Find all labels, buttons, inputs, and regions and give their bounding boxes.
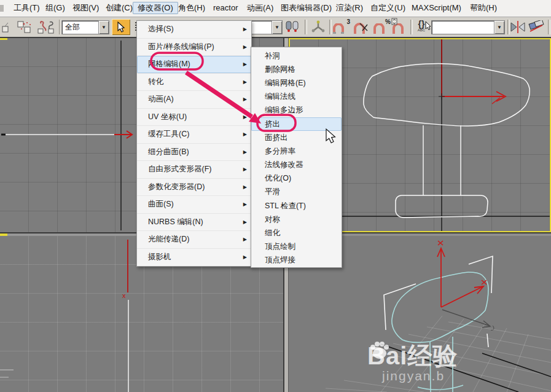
submenu-item-stl-check[interactable]: STL 检查(T)	[251, 199, 342, 213]
menubar-item-views[interactable]: 视图(V)	[68, 2, 104, 14]
menu-item-subdivision-surfaces[interactable]: 细分曲面(B)▶	[137, 144, 251, 162]
spinner-snap-toggle-icon[interactable]	[391, 20, 410, 34]
menu-item-mesh-editing[interactable]: 网格编辑(M)▶	[137, 56, 251, 74]
submenu-item-edit-poly[interactable]: 编辑多边形	[251, 104, 342, 117]
submenu-item-edit-normals[interactable]: 编辑法线	[251, 90, 342, 104]
window-crossing-toggle-icon[interactable]	[284, 20, 301, 34]
submenu-item-delete-mesh[interactable]: 删除网格	[251, 63, 342, 76]
align-icon[interactable]	[527, 20, 545, 34]
dropdown-arrow-icon[interactable]: ▼	[272, 21, 282, 34]
submenu-arrow-icon: ▶	[243, 254, 247, 260]
submenu-item-optimize[interactable]: 优化(O)	[251, 172, 342, 186]
dropdown-arrow-icon[interactable]: ▼	[494, 21, 504, 34]
baidu-watermark: Bai 经验	[367, 339, 458, 373]
window-icon-fragment	[0, 5, 4, 12]
yellow-border-fragment	[0, 233, 7, 236]
select-and-link-icon[interactable]	[1, 20, 12, 34]
submenu-arrow-icon: ▶	[243, 61, 247, 67]
submenu-item-extrude[interactable]: 挤出	[251, 117, 342, 131]
menu-item-conversion[interactable]: 转化▶	[137, 74, 251, 92]
submenu-item-symmetry[interactable]: 对称	[251, 213, 342, 226]
menubar-item-character[interactable]: 角色(H)	[173, 2, 210, 14]
submenu-arrow-icon: ▶	[243, 114, 247, 120]
menu-item-nurbs-editing[interactable]: NURBS 编辑(N)▶	[137, 214, 251, 232]
axis-label-x: x	[122, 292, 126, 299]
submenu-arrow-icon: ▶	[243, 219, 247, 225]
menu-item-parametric-deformers[interactable]: 参数化变形器(D)▶	[137, 179, 251, 197]
select-object-button[interactable]	[112, 19, 130, 35]
menu-item-uv-coordinates[interactable]: UV 坐标(U)▶	[137, 109, 251, 127]
submenu-item-multires[interactable]: 多分辨率	[251, 144, 342, 158]
percent-snap-toggle-icon[interactable]: %	[372, 20, 391, 34]
submenu-arrow-icon: ▶	[243, 184, 247, 190]
3dsmax-window: { "menubar": { "items": [ {"label": "工具(…	[0, 0, 551, 392]
menubar-item-tools[interactable]: 工具(T)	[9, 2, 45, 14]
snap-3d-superscript: 3	[346, 18, 350, 25]
mesh-editing-submenu-popup: 补洞 删除网格 编辑网格(E) 编辑法线 编辑多边形 挤出 面挤出 多分辨率 法…	[251, 47, 342, 268]
submenu-item-face-extrude[interactable]: 面挤出	[251, 131, 342, 144]
submenu-item-normal-modifier[interactable]: 法线修改器	[251, 159, 342, 172]
submenu-arrow-icon: ▶	[243, 149, 247, 155]
main-toolbar: 全部 ▼ ▼ 3 % {} ABC	[0, 17, 551, 37]
menubar-item-rendering[interactable]: 渲染(R)	[331, 2, 368, 14]
bind-to-space-warp-icon[interactable]	[36, 20, 58, 34]
baidu-paw-icon	[369, 339, 391, 361]
menu-item-animation[interactable]: 动画(A)▶	[137, 91, 251, 109]
toolbar-bottom-edge	[0, 37, 551, 38]
submenu-item-tessellate[interactable]: 细化	[251, 226, 342, 240]
menubar-item-maxscript[interactable]: MAXScript(M)	[407, 2, 466, 14]
submenu-item-vertex-weld[interactable]: 顶点焊接	[251, 254, 342, 267]
submenu-item-cap-holes[interactable]: 补洞	[251, 49, 342, 63]
submenu-arrow-icon: ▶	[243, 167, 247, 172]
snap-toggle-3d-icon[interactable]: 3	[332, 20, 350, 34]
submenu-item-smooth[interactable]: 平滑	[251, 186, 342, 199]
submenu-item-vertex-paint[interactable]: 顶点绘制	[251, 240, 342, 254]
toolbar-separator	[305, 20, 307, 34]
submenu-arrow-icon: ▶	[243, 237, 247, 242]
percent-superscript: %	[385, 18, 391, 25]
menubar-item-customize[interactable]: 自定义(U)	[365, 2, 410, 14]
menu-item-patch-spline-editing[interactable]: 面片/样条线编辑(P)▶	[137, 39, 251, 57]
menubar-item-help[interactable]: 帮助(H)	[465, 2, 502, 14]
toolbar-separator	[548, 20, 550, 34]
submenu-arrow-icon: ▶	[243, 202, 247, 207]
mirror-icon[interactable]	[510, 20, 526, 34]
edit-named-selections-icon[interactable]: {} ABC	[413, 20, 430, 34]
select-arrow-icon	[117, 22, 125, 33]
selection-filter-dropdown[interactable]: 全部 ▼	[61, 20, 109, 34]
submenu-item-edit-mesh[interactable]: 编辑网格(E)	[251, 76, 342, 90]
submenu-arrow-icon: ▶	[243, 26, 247, 32]
menubar-item-group[interactable]: 组(G)	[41, 2, 70, 14]
menubar-item-reactor[interactable]: reactor	[208, 2, 243, 14]
watermark-subtitle: jingyan.b	[382, 369, 445, 383]
menu-item-radiosity[interactable]: 光能传递(D)▶	[137, 231, 251, 249]
menu-item-cache-tools[interactable]: 缓存工具(C)▶	[137, 126, 251, 144]
menu-item-selection[interactable]: 选择(S)▶	[137, 21, 251, 39]
menu-item-free-form-deformers[interactable]: 自由形式变形器(F)▶	[137, 161, 251, 179]
submenu-arrow-icon: ▶	[243, 79, 247, 85]
menu-item-surface[interactable]: 曲面(S)▶	[137, 196, 251, 214]
angle-snap-toggle-icon[interactable]	[352, 20, 372, 34]
menu-bar: 工具(T) 组(G) 视图(V) 创建(C) 修改器(O) 角色(H) reac…	[0, 0, 551, 17]
dropdown-arrow-icon[interactable]: ▼	[98, 21, 109, 34]
menu-item-cameras[interactable]: 摄影机▶	[137, 249, 251, 267]
menubar-item-animation[interactable]: 动画(A)	[242, 2, 278, 14]
select-and-manipulate-icon[interactable]	[309, 20, 327, 34]
menubar-item-graph-editors[interactable]: 图表编辑器(D)	[276, 2, 337, 14]
unlink-selection-icon[interactable]	[16, 20, 34, 34]
menubar-item-modifiers[interactable]: 修改器(O)	[133, 2, 178, 14]
submenu-arrow-icon: ▶	[243, 131, 247, 137]
yellow-border-fragment	[0, 38, 7, 40]
watermark-brand-cn: 经验	[407, 339, 458, 373]
named-selection-sets-dropdown[interactable]: ▼	[431, 20, 505, 34]
submenu-arrow-icon: ▶	[243, 44, 247, 50]
selection-filter-value: 全部	[62, 22, 98, 33]
submenu-arrow-icon: ▶	[243, 96, 247, 102]
modifiers-menu-popup: 选择(S)▶ 面片/样条线编辑(P)▶ 网格编辑(M)▶ 转化▶ 动画(A)▶ …	[136, 20, 252, 267]
